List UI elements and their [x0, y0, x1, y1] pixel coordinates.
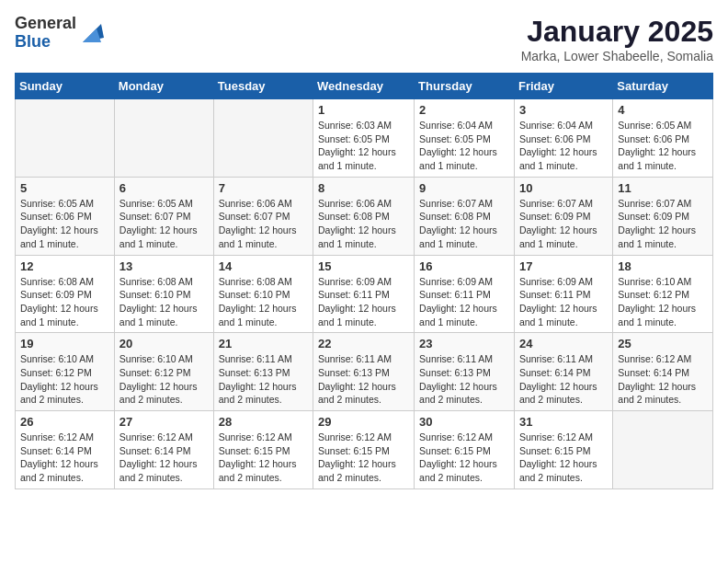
calendar-cell: 26Sunrise: 6:12 AM Sunset: 6:14 PM Dayli… — [16, 411, 115, 489]
day-info: Sunrise: 6:05 AM Sunset: 6:06 PM Dayligh… — [20, 197, 109, 251]
calendar-cell: 13Sunrise: 6:08 AM Sunset: 6:10 PM Dayli… — [114, 255, 213, 333]
calendar-cell: 8Sunrise: 6:06 AM Sunset: 6:08 PM Daylig… — [313, 177, 415, 255]
calendar-cell: 24Sunrise: 6:11 AM Sunset: 6:14 PM Dayli… — [514, 333, 612, 411]
location-subtitle: Marka, Lower Shabeelle, Somalia — [521, 49, 713, 63]
calendar-cell: 21Sunrise: 6:11 AM Sunset: 6:13 PM Dayli… — [213, 333, 313, 411]
day-number: 18 — [618, 259, 708, 273]
day-number: 23 — [419, 337, 509, 350]
day-number: 4 — [618, 103, 708, 117]
day-number: 31 — [519, 415, 608, 429]
day-number: 17 — [519, 259, 608, 273]
logo-blue: Blue — [15, 33, 76, 52]
logo-icon — [78, 19, 106, 47]
day-info: Sunrise: 6:12 AM Sunset: 6:14 PM Dayligh… — [618, 352, 708, 407]
day-number: 13 — [119, 259, 209, 273]
day-info: Sunrise: 6:10 AM Sunset: 6:12 PM Dayligh… — [20, 352, 109, 407]
weekday-header-saturday: Saturday — [613, 74, 713, 99]
day-number: 7 — [219, 181, 308, 195]
week-row-3: 12Sunrise: 6:08 AM Sunset: 6:09 PM Dayli… — [16, 255, 713, 333]
day-number: 28 — [219, 415, 308, 429]
day-number: 15 — [318, 259, 409, 273]
calendar-cell: 12Sunrise: 6:08 AM Sunset: 6:09 PM Dayli… — [16, 255, 115, 333]
weekday-header-monday: Monday — [114, 74, 213, 99]
day-number: 24 — [519, 337, 608, 350]
calendar-cell: 3Sunrise: 6:04 AM Sunset: 6:06 PM Daylig… — [514, 99, 612, 178]
calendar-cell: 5Sunrise: 6:05 AM Sunset: 6:06 PM Daylig… — [16, 177, 115, 255]
day-info: Sunrise: 6:12 AM Sunset: 6:15 PM Dayligh… — [219, 431, 308, 485]
calendar-cell — [16, 99, 115, 178]
calendar-cell: 25Sunrise: 6:12 AM Sunset: 6:14 PM Dayli… — [613, 333, 713, 411]
day-number: 10 — [519, 181, 608, 195]
day-info: Sunrise: 6:04 AM Sunset: 6:06 PM Dayligh… — [519, 119, 608, 173]
calendar-cell: 23Sunrise: 6:11 AM Sunset: 6:13 PM Dayli… — [415, 333, 515, 411]
day-number: 9 — [419, 181, 509, 195]
calendar-cell — [613, 411, 713, 489]
title-block: January 2025 Marka, Lower Shabeelle, Som… — [521, 15, 713, 63]
month-title: January 2025 — [521, 15, 713, 49]
calendar-cell: 14Sunrise: 6:08 AM Sunset: 6:10 PM Dayli… — [213, 255, 313, 333]
calendar-cell: 10Sunrise: 6:07 AM Sunset: 6:09 PM Dayli… — [514, 177, 612, 255]
weekday-header-thursday: Thursday — [415, 74, 515, 99]
calendar-cell: 17Sunrise: 6:09 AM Sunset: 6:11 PM Dayli… — [514, 255, 612, 333]
day-info: Sunrise: 6:07 AM Sunset: 6:08 PM Dayligh… — [419, 197, 509, 251]
day-number: 25 — [618, 337, 708, 350]
calendar-cell: 20Sunrise: 6:10 AM Sunset: 6:12 PM Dayli… — [114, 333, 213, 411]
day-info: Sunrise: 6:12 AM Sunset: 6:14 PM Dayligh… — [119, 431, 209, 485]
day-number: 11 — [618, 181, 708, 195]
calendar-cell: 22Sunrise: 6:11 AM Sunset: 6:13 PM Dayli… — [313, 333, 415, 411]
day-info: Sunrise: 6:12 AM Sunset: 6:15 PM Dayligh… — [419, 431, 509, 485]
day-info: Sunrise: 6:03 AM Sunset: 6:05 PM Dayligh… — [318, 119, 409, 173]
day-info: Sunrise: 6:09 AM Sunset: 6:11 PM Dayligh… — [419, 275, 509, 329]
calendar-cell: 28Sunrise: 6:12 AM Sunset: 6:15 PM Dayli… — [213, 411, 313, 489]
calendar-cell: 31Sunrise: 6:12 AM Sunset: 6:15 PM Dayli… — [514, 411, 612, 489]
day-info: Sunrise: 6:10 AM Sunset: 6:12 PM Dayligh… — [618, 275, 708, 329]
calendar-cell — [114, 99, 213, 178]
day-info: Sunrise: 6:06 AM Sunset: 6:08 PM Dayligh… — [318, 197, 409, 251]
day-number: 8 — [318, 181, 409, 195]
day-info: Sunrise: 6:08 AM Sunset: 6:09 PM Dayligh… — [20, 275, 109, 329]
calendar-cell: 16Sunrise: 6:09 AM Sunset: 6:11 PM Dayli… — [415, 255, 515, 333]
logo-general: General — [15, 15, 76, 33]
day-number: 5 — [20, 181, 109, 195]
day-info: Sunrise: 6:12 AM Sunset: 6:14 PM Dayligh… — [20, 431, 109, 485]
day-number: 12 — [20, 259, 109, 273]
calendar-table: SundayMondayTuesdayWednesdayThursdayFrid… — [15, 73, 713, 489]
day-info: Sunrise: 6:12 AM Sunset: 6:15 PM Dayligh… — [519, 431, 608, 485]
weekday-header-tuesday: Tuesday — [213, 74, 313, 99]
calendar-cell: 15Sunrise: 6:09 AM Sunset: 6:11 PM Dayli… — [313, 255, 415, 333]
week-row-4: 19Sunrise: 6:10 AM Sunset: 6:12 PM Dayli… — [16, 333, 713, 411]
day-info: Sunrise: 6:10 AM Sunset: 6:12 PM Dayligh… — [119, 352, 209, 407]
day-info: Sunrise: 6:11 AM Sunset: 6:13 PM Dayligh… — [318, 352, 409, 407]
calendar-cell: 19Sunrise: 6:10 AM Sunset: 6:12 PM Dayli… — [16, 333, 115, 411]
calendar-cell: 7Sunrise: 6:06 AM Sunset: 6:07 PM Daylig… — [213, 177, 313, 255]
day-info: Sunrise: 6:07 AM Sunset: 6:09 PM Dayligh… — [519, 197, 608, 251]
calendar-cell: 27Sunrise: 6:12 AM Sunset: 6:14 PM Dayli… — [114, 411, 213, 489]
calendar-cell: 6Sunrise: 6:05 AM Sunset: 6:07 PM Daylig… — [114, 177, 213, 255]
day-number: 20 — [119, 337, 209, 350]
day-number: 27 — [119, 415, 209, 429]
calendar-cell: 4Sunrise: 6:05 AM Sunset: 6:06 PM Daylig… — [613, 99, 713, 178]
calendar-cell: 29Sunrise: 6:12 AM Sunset: 6:15 PM Dayli… — [313, 411, 415, 489]
day-info: Sunrise: 6:11 AM Sunset: 6:13 PM Dayligh… — [419, 352, 509, 407]
calendar-cell: 18Sunrise: 6:10 AM Sunset: 6:12 PM Dayli… — [613, 255, 713, 333]
day-number: 19 — [20, 337, 109, 350]
day-info: Sunrise: 6:08 AM Sunset: 6:10 PM Dayligh… — [219, 275, 308, 329]
day-info: Sunrise: 6:04 AM Sunset: 6:05 PM Dayligh… — [419, 119, 509, 173]
day-number: 1 — [318, 103, 409, 117]
week-row-1: 1Sunrise: 6:03 AM Sunset: 6:05 PM Daylig… — [16, 99, 713, 178]
weekday-header-friday: Friday — [514, 74, 612, 99]
weekday-header-wednesday: Wednesday — [313, 74, 415, 99]
day-number: 21 — [219, 337, 308, 350]
day-info: Sunrise: 6:05 AM Sunset: 6:06 PM Dayligh… — [618, 119, 708, 173]
week-row-5: 26Sunrise: 6:12 AM Sunset: 6:14 PM Dayli… — [16, 411, 713, 489]
day-info: Sunrise: 6:12 AM Sunset: 6:15 PM Dayligh… — [318, 431, 409, 485]
calendar-cell: 30Sunrise: 6:12 AM Sunset: 6:15 PM Dayli… — [415, 411, 515, 489]
day-number: 3 — [519, 103, 608, 117]
week-row-2: 5Sunrise: 6:05 AM Sunset: 6:06 PM Daylig… — [16, 177, 713, 255]
weekday-header-sunday: Sunday — [16, 74, 115, 99]
day-number: 22 — [318, 337, 409, 350]
day-number: 30 — [419, 415, 509, 429]
day-number: 14 — [219, 259, 308, 273]
day-info: Sunrise: 6:05 AM Sunset: 6:07 PM Dayligh… — [119, 197, 209, 251]
calendar-cell: 9Sunrise: 6:07 AM Sunset: 6:08 PM Daylig… — [415, 177, 515, 255]
